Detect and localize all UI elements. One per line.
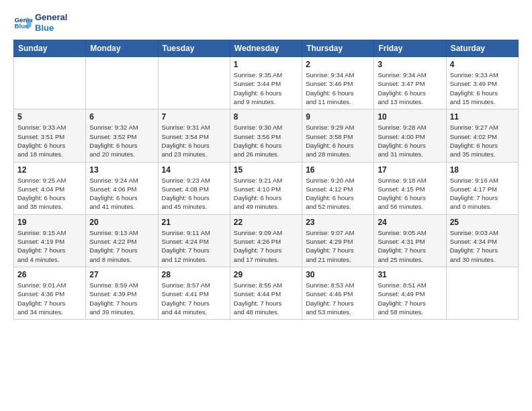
day-number: 5 [17,112,82,122]
day-number: 28 [162,270,226,279]
day-number: 22 [234,218,298,227]
day-number: 27 [89,270,154,279]
day-info: Sunrise: 9:34 AM Sunset: 3:47 PM Dayligh… [378,71,442,106]
day-info: Sunrise: 9:33 AM Sunset: 3:51 PM Dayligh… [17,123,82,158]
day-info: Sunrise: 8:55 AM Sunset: 4:44 PM Dayligh… [234,281,298,316]
day-info: Sunrise: 9:05 AM Sunset: 4:31 PM Dayligh… [378,228,442,264]
day-cell-8: 8Sunrise: 9:30 AM Sunset: 3:56 PM Daylig… [230,109,302,162]
day-cell-12: 12Sunrise: 9:25 AM Sunset: 4:04 PM Dayli… [14,162,86,214]
page: General Blue General Blue SundayMondayTu… [0,0,532,326]
day-number: 11 [450,112,515,122]
day-cell-31: 31Sunrise: 8:51 AM Sunset: 4:49 PM Dayli… [374,267,446,319]
col-header-friday: Friday [374,40,446,57]
day-cell-6: 6Sunrise: 9:32 AM Sunset: 3:52 PM Daylig… [86,109,158,162]
day-number: 1 [234,60,298,69]
header: General Blue General Blue [13,12,519,33]
day-info: Sunrise: 9:30 AM Sunset: 3:56 PM Dayligh… [234,123,298,158]
day-number: 19 [17,218,82,227]
col-header-thursday: Thursday [302,40,374,57]
day-number: 30 [306,270,370,279]
day-info: Sunrise: 9:03 AM Sunset: 4:34 PM Dayligh… [450,228,515,264]
day-info: Sunrise: 9:33 AM Sunset: 3:49 PM Dayligh… [450,71,515,106]
day-cell-28: 28Sunrise: 8:57 AM Sunset: 4:41 PM Dayli… [158,267,230,319]
day-cell-22: 22Sunrise: 9:09 AM Sunset: 4:26 PM Dayli… [230,214,302,267]
empty-cell [86,57,158,109]
day-info: Sunrise: 9:09 AM Sunset: 4:26 PM Dayligh… [234,228,298,264]
day-info: Sunrise: 9:13 AM Sunset: 4:22 PM Dayligh… [89,228,154,264]
empty-cell [446,267,518,319]
day-cell-26: 26Sunrise: 9:01 AM Sunset: 4:36 PM Dayli… [14,267,86,319]
day-number: 18 [450,165,515,175]
day-cell-29: 29Sunrise: 8:55 AM Sunset: 4:44 PM Dayli… [230,267,302,319]
day-number: 16 [306,165,370,175]
day-info: Sunrise: 9:29 AM Sunset: 3:58 PM Dayligh… [306,123,370,158]
day-cell-9: 9Sunrise: 9:29 AM Sunset: 3:58 PM Daylig… [302,109,374,162]
day-info: Sunrise: 9:16 AM Sunset: 4:17 PM Dayligh… [450,176,515,212]
day-cell-4: 4Sunrise: 9:33 AM Sunset: 3:49 PM Daylig… [446,57,518,109]
day-number: 21 [162,218,226,227]
day-cell-10: 10Sunrise: 9:28 AM Sunset: 4:00 PM Dayli… [374,109,446,162]
day-number: 2 [306,60,370,69]
empty-cell [14,57,86,109]
day-cell-2: 2Sunrise: 9:34 AM Sunset: 3:46 PM Daylig… [302,57,374,109]
logo-icon: General Blue [13,13,32,32]
day-cell-17: 17Sunrise: 9:18 AM Sunset: 4:15 PM Dayli… [374,162,446,214]
day-number: 3 [378,60,442,69]
day-info: Sunrise: 9:11 AM Sunset: 4:24 PM Dayligh… [162,228,226,264]
day-number: 26 [17,270,82,279]
day-number: 9 [306,112,370,122]
day-info: Sunrise: 9:27 AM Sunset: 4:02 PM Dayligh… [450,123,515,158]
day-number: 12 [17,165,82,175]
day-cell-7: 7Sunrise: 9:31 AM Sunset: 3:54 PM Daylig… [158,109,230,162]
day-info: Sunrise: 9:18 AM Sunset: 4:15 PM Dayligh… [378,176,442,212]
day-info: Sunrise: 9:21 AM Sunset: 4:10 PM Dayligh… [234,176,298,212]
day-info: Sunrise: 9:28 AM Sunset: 4:00 PM Dayligh… [378,123,442,158]
day-info: Sunrise: 9:34 AM Sunset: 3:46 PM Dayligh… [306,71,370,106]
day-cell-27: 27Sunrise: 8:59 AM Sunset: 4:39 PM Dayli… [86,267,158,319]
day-info: Sunrise: 8:59 AM Sunset: 4:39 PM Dayligh… [89,281,154,316]
day-number: 25 [450,218,515,227]
day-cell-1: 1Sunrise: 9:35 AM Sunset: 3:44 PM Daylig… [230,57,302,109]
day-info: Sunrise: 9:15 AM Sunset: 4:19 PM Dayligh… [17,228,82,264]
calendar-week-5: 26Sunrise: 9:01 AM Sunset: 4:36 PM Dayli… [14,267,519,319]
day-number: 6 [89,112,154,122]
calendar-header-row: SundayMondayTuesdayWednesdayThursdayFrid… [14,40,519,57]
day-cell-18: 18Sunrise: 9:16 AM Sunset: 4:17 PM Dayli… [446,162,518,214]
day-info: Sunrise: 9:01 AM Sunset: 4:36 PM Dayligh… [17,281,82,316]
empty-cell [158,57,230,109]
day-info: Sunrise: 9:35 AM Sunset: 3:44 PM Dayligh… [234,71,298,106]
col-header-tuesday: Tuesday [158,40,230,57]
logo-text: General Blue [35,12,67,33]
day-cell-30: 30Sunrise: 8:53 AM Sunset: 4:46 PM Dayli… [302,267,374,319]
day-number: 15 [234,165,298,175]
day-number: 8 [234,112,298,122]
calendar-week-4: 19Sunrise: 9:15 AM Sunset: 4:19 PM Dayli… [14,214,519,267]
day-number: 24 [378,218,442,227]
day-number: 7 [162,112,226,122]
day-info: Sunrise: 8:57 AM Sunset: 4:41 PM Dayligh… [162,281,226,316]
day-cell-5: 5Sunrise: 9:33 AM Sunset: 3:51 PM Daylig… [14,109,86,162]
day-info: Sunrise: 9:07 AM Sunset: 4:29 PM Dayligh… [306,228,370,264]
logo: General Blue General Blue [13,12,67,33]
day-cell-19: 19Sunrise: 9:15 AM Sunset: 4:19 PM Dayli… [14,214,86,267]
calendar-week-2: 5Sunrise: 9:33 AM Sunset: 3:51 PM Daylig… [14,109,519,162]
day-number: 31 [378,270,442,279]
day-number: 10 [378,112,442,122]
day-info: Sunrise: 9:24 AM Sunset: 4:06 PM Dayligh… [89,176,154,212]
day-cell-14: 14Sunrise: 9:23 AM Sunset: 4:08 PM Dayli… [158,162,230,214]
day-info: Sunrise: 8:53 AM Sunset: 4:46 PM Dayligh… [306,281,370,316]
day-number: 20 [89,218,154,227]
day-number: 17 [378,165,442,175]
day-cell-3: 3Sunrise: 9:34 AM Sunset: 3:47 PM Daylig… [374,57,446,109]
day-cell-13: 13Sunrise: 9:24 AM Sunset: 4:06 PM Dayli… [86,162,158,214]
day-info: Sunrise: 9:32 AM Sunset: 3:52 PM Dayligh… [89,123,154,158]
col-header-saturday: Saturday [446,40,518,57]
col-header-sunday: Sunday [14,40,86,57]
col-header-monday: Monday [86,40,158,57]
day-cell-24: 24Sunrise: 9:05 AM Sunset: 4:31 PM Dayli… [374,214,446,267]
calendar-table: SundayMondayTuesdayWednesdayThursdayFrid… [13,40,519,320]
day-info: Sunrise: 9:23 AM Sunset: 4:08 PM Dayligh… [162,176,226,212]
day-cell-16: 16Sunrise: 9:20 AM Sunset: 4:12 PM Dayli… [302,162,374,214]
day-number: 23 [306,218,370,227]
day-cell-11: 11Sunrise: 9:27 AM Sunset: 4:02 PM Dayli… [446,109,518,162]
